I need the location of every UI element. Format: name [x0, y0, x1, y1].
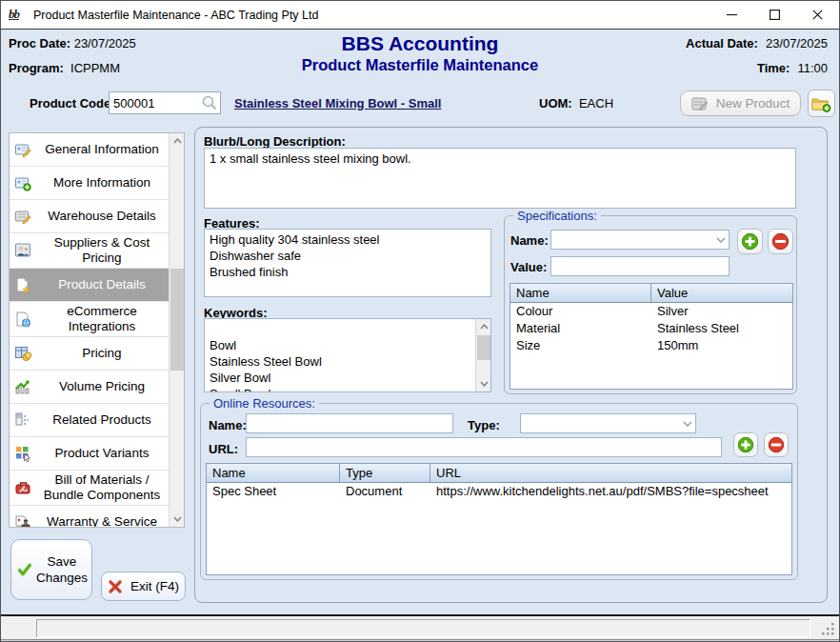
minimize-button[interactable]: [710, 1, 753, 29]
exit-label: Exit (F4): [130, 579, 179, 593]
product-code-label: Product Code:: [30, 96, 115, 110]
column-header[interactable]: URL: [430, 464, 791, 482]
online-resources-legend: Online Resources:: [210, 396, 319, 411]
online-resources-table-header: Name Type URL: [207, 464, 791, 483]
search-icon[interactable]: [201, 94, 218, 111]
keywords-scrollbar[interactable]: [475, 319, 490, 391]
resource-type-combo[interactable]: [520, 413, 696, 433]
column-header[interactable]: Type: [340, 464, 430, 482]
spec-name-label: Name:: [510, 233, 549, 248]
spec-value-field: [550, 256, 730, 276]
main-panel: Blurb/Long Description: 1 x small stainl…: [194, 127, 828, 603]
chevron-down-icon: [713, 237, 729, 243]
sidebar: General Information More Information War…: [9, 132, 185, 528]
chevron-down-icon: [680, 421, 695, 427]
online-resources-table: Name Type URL Spec Sheet Document https:…: [206, 463, 792, 575]
specifications-table-header: Name Value: [510, 284, 792, 303]
sidebar-item-bill-of-materials[interactable]: Bill of Materials / Bundle Components: [10, 471, 170, 506]
table-row[interactable]: Material Stainless Steel: [510, 320, 792, 337]
column-header[interactable]: Name: [510, 284, 651, 302]
resource-type-label: Type:: [468, 418, 500, 432]
status-field: [36, 619, 810, 637]
resource-remove-button[interactable]: [764, 432, 789, 457]
resource-name-input[interactable]: [247, 414, 452, 432]
sidebar-item-related-products[interactable]: Related Products: [10, 404, 170, 437]
spec-value-input[interactable]: [551, 257, 729, 275]
sidebar-item-warehouse-details[interactable]: Warehouse Details: [10, 200, 170, 233]
resize-grip-icon[interactable]: [822, 623, 835, 636]
open-folder-button[interactable]: [808, 90, 835, 117]
general-information-icon: [15, 142, 31, 158]
save-changes-label: Save Changes: [36, 553, 88, 586]
table-row[interactable]: Spec Sheet Document https://www.kitchend…: [207, 483, 791, 500]
column-header[interactable]: Name: [207, 464, 340, 482]
spec-remove-button[interactable]: [768, 229, 793, 254]
window-title: Product Masterfile Maintenance - ABC Tra…: [33, 9, 318, 22]
specifications-legend: Specifications:: [513, 209, 601, 223]
maximize-icon: [770, 10, 780, 20]
product-description-link[interactable]: Stainless Steel Mixing Bowl - Small: [234, 96, 441, 110]
resource-name-field: [246, 413, 453, 433]
resource-name-label: Name:: [209, 418, 247, 432]
features-textarea[interactable]: High quality 304 stainless steel Dishwas…: [204, 229, 491, 297]
close-icon: [812, 10, 823, 20]
product-variants-icon: [15, 446, 31, 462]
new-product-button[interactable]: New Product: [680, 90, 801, 116]
new-product-icon: [691, 96, 709, 111]
minimize-icon: [727, 10, 737, 20]
volume-pricing-icon: [15, 379, 31, 395]
sidebar-item-suppliers-cost-pricing[interactable]: Suppliers & Cost Pricing: [10, 233, 170, 269]
sidebar-item-product-details[interactable]: Product Details: [10, 269, 170, 302]
more-information-icon: [15, 175, 31, 191]
uom-label: UOM:: [539, 96, 572, 110]
exit-button[interactable]: Exit (F4): [101, 572, 186, 601]
sidebar-item-label: Product Details: [35, 275, 170, 294]
save-changes-button[interactable]: Save Changes: [10, 539, 92, 600]
status-bar: [1, 616, 839, 639]
column-header[interactable]: Value: [651, 284, 792, 302]
pricing-icon: [15, 346, 31, 362]
sidebar-item-ecommerce-integrations[interactable]: eCommerce Integrations: [10, 302, 170, 337]
close-button[interactable]: [796, 1, 839, 29]
table-row[interactable]: Colour Silver: [510, 303, 792, 320]
scroll-down-icon[interactable]: [170, 512, 185, 527]
sidebar-item-more-information[interactable]: More Information: [10, 167, 170, 200]
sidebar-item-label: More Information: [35, 173, 170, 192]
add-icon: [741, 232, 759, 251]
resource-url-input[interactable]: [247, 438, 721, 456]
sidebar-item-label: Related Products: [35, 411, 170, 430]
resource-url-label: URL:: [209, 442, 238, 456]
scroll-up-icon[interactable]: [476, 319, 491, 334]
keywords-textarea[interactable]: Bowl Stainless Steel Bowl Silver Bowl Sm…: [204, 318, 491, 392]
table-row[interactable]: Size 150mm: [510, 337, 792, 354]
sidebar-item-label: Bill of Materials / Bundle Components: [35, 471, 170, 505]
blurb-textarea[interactable]: 1 x small stainless steel mixing bowl.: [204, 148, 796, 209]
warranty-service-icon: [15, 514, 31, 529]
ecommerce-integrations-icon: [15, 311, 31, 328]
sidebar-item-pricing[interactable]: Pricing: [10, 337, 170, 371]
spec-name-combo[interactable]: [550, 230, 730, 250]
scroll-up-icon[interactable]: [170, 133, 185, 149]
app-window: bb Product Masterfile Maintenance - ABC …: [0, 0, 840, 642]
specifications-group: Specifications: Name:: [504, 215, 797, 394]
sidebar-item-label: Volume Pricing: [35, 377, 170, 396]
product-details-icon: [15, 277, 31, 293]
scroll-down-icon[interactable]: [476, 376, 491, 391]
sidebar-scrollbar-thumb[interactable]: [170, 269, 184, 371]
product-code-input[interactable]: [110, 96, 201, 110]
keywords-scrollbar-thumb[interactable]: [477, 335, 490, 360]
related-products-icon: [15, 412, 31, 429]
resource-add-button[interactable]: [733, 432, 758, 457]
keywords-text: Bowl Stainless Steel Bowl Silver Bowl Sm…: [210, 338, 322, 392]
sidebar-item-label: General Information: [35, 140, 170, 159]
sidebar-item-label: Warranty & Service: [35, 512, 170, 528]
blurb-label: Blurb/Long Description:: [204, 134, 346, 149]
sidebar-item-volume-pricing[interactable]: Volume Pricing: [10, 371, 170, 404]
header-right: Actual Date: 23/07/2025 Time: 11:00: [686, 36, 828, 86]
sidebar-item-product-variants[interactable]: Product Variants: [10, 437, 170, 471]
maximize-button[interactable]: [753, 1, 796, 29]
sidebar-item-general-information[interactable]: General Information: [10, 133, 170, 167]
sidebar-scrollbar[interactable]: [169, 133, 184, 527]
spec-add-button[interactable]: [737, 229, 763, 254]
sidebar-item-warranty-service[interactable]: Warranty & Service: [10, 506, 170, 528]
